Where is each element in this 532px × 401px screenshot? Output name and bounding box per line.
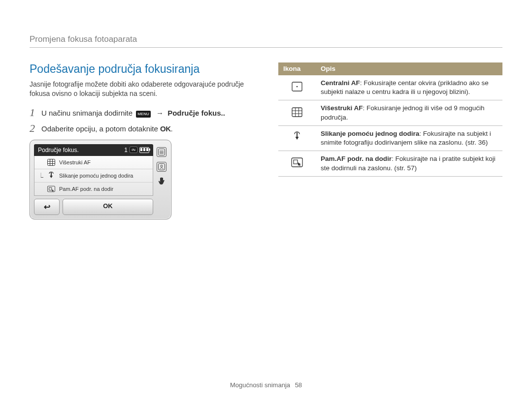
svg-point-14 <box>297 86 298 88</box>
cam-sidebar <box>156 144 167 215</box>
cam-option-multi-af[interactable]: Višestruki AF <box>34 156 153 169</box>
svg-rect-5 <box>47 186 55 192</box>
row-term: Višestruki AF <box>321 104 363 112</box>
step-2: 2 Odaberite opciju, a potom dotaknite OK… <box>30 123 254 134</box>
cam-title: Područje fokus. <box>38 147 79 154</box>
multi-af-icon <box>291 107 303 118</box>
row-term: Centralni AF <box>321 79 360 87</box>
touch-shot-icon <box>291 131 303 142</box>
mode-m-icon <box>157 147 166 157</box>
page-footer: Mogućnosti snimanja 58 <box>0 381 532 389</box>
camera-ui-figure: Područje fokus. 1 IN <box>30 140 171 219</box>
smart-touch-af-icon <box>47 185 55 192</box>
svg-rect-21 <box>294 160 298 164</box>
cam-ok-button[interactable]: OK <box>63 199 153 215</box>
cam-option-list: Višestruki AF ⎿ Slikanje pomoću jednog d… <box>34 156 153 196</box>
cam-back-button[interactable]: ↩ <box>34 199 60 215</box>
step-1: 1 U načinu snimanja dodirnite MENU → Pod… <box>30 107 254 118</box>
page-number: 58 <box>295 381 302 389</box>
table-row: Pam.AF podr. na dodir: Fokusirajte na i … <box>278 151 502 176</box>
face-detect-icon <box>157 162 166 172</box>
step-number: 2 <box>30 123 41 134</box>
footer-section: Mogućnosti snimanja <box>230 381 290 389</box>
battery-icon <box>139 147 149 153</box>
intro-text: Jasnije fotografije možete dobiti ako od… <box>30 80 254 98</box>
row-term: Pam.AF podr. na dodir <box>321 155 392 162</box>
svg-point-12 <box>161 165 163 167</box>
smart-touch-af-icon <box>291 157 303 168</box>
svg-rect-15 <box>292 108 302 117</box>
touch-shot-icon <box>47 172 55 179</box>
cam-count: 1 <box>124 147 128 154</box>
section-title: Podešavanje područja fokusiranja <box>30 62 254 76</box>
cam-option-smart-touch[interactable]: Pam.AF podr. na dodir <box>34 183 153 195</box>
svg-rect-0 <box>48 159 55 165</box>
multi-af-icon <box>47 159 55 166</box>
memory-in-icon: IN <box>130 147 137 153</box>
cam-option-one-touch[interactable]: ⎿ Slikanje pomoću jednog dodira <box>34 169 153 183</box>
icon-description-table: Ikona Opis Centralni AF: Fokusirajte cen… <box>278 62 502 177</box>
step-1-pre: U načinu snimanja dodirnite <box>41 109 133 117</box>
cam-option-label: Slikanje pomoću jednog dodira <box>59 173 133 179</box>
row-term: Slikanje pomoću jednog dodira <box>321 130 419 137</box>
svg-rect-6 <box>49 187 52 190</box>
indent-marker-icon: ⎿ <box>38 173 43 178</box>
cam-option-label: Pam.AF podr. na dodir <box>59 186 113 192</box>
step-2-text: Odaberite opciju, a potom dotaknite <box>41 124 158 133</box>
svg-rect-20 <box>292 158 302 167</box>
cam-titlebar: Područje fokus. 1 IN <box>34 144 153 156</box>
table-row: Centralni AF: Fokusirajte centar okvira … <box>278 75 502 100</box>
center-af-icon <box>291 81 303 92</box>
arrow-icon: → <box>156 109 164 117</box>
breadcrumb: Promjena fokusa fotoaparata <box>30 34 502 48</box>
ok-glyph: OK <box>160 124 171 133</box>
hand-icon <box>157 177 166 185</box>
step-number: 1 <box>30 107 41 118</box>
cam-option-label: Višestruki AF <box>59 159 91 165</box>
step-1-target: Područje fokus.. <box>167 109 225 117</box>
table-row: Slikanje pomoću jednog dodira: Fokusiraj… <box>278 125 502 151</box>
left-column: Podešavanje područja fokusiranja Jasnije… <box>30 62 254 219</box>
table-header-desc: Opis <box>316 62 502 75</box>
right-column: Ikona Opis Centralni AF: Fokusirajte cen… <box>278 62 502 219</box>
table-row: Višestruki AF: Fokusiranje jednog ili vi… <box>278 100 502 125</box>
table-header-icon: Ikona <box>278 62 316 75</box>
menu-icon: MENU <box>136 111 151 118</box>
